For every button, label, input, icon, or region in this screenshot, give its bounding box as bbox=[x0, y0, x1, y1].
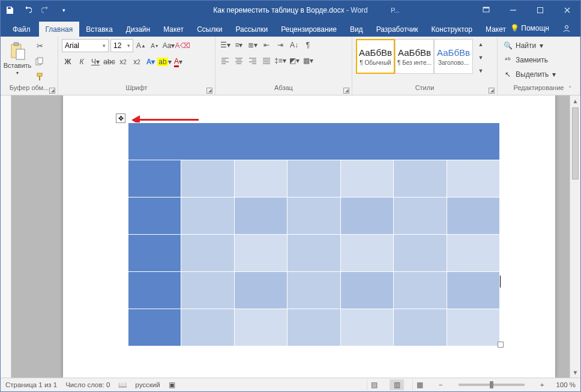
minimize-button[interactable] bbox=[499, 1, 526, 19]
grow-font-button[interactable]: A▲ bbox=[135, 40, 147, 52]
superscript-button[interactable]: x2 bbox=[131, 56, 143, 68]
table-row[interactable] bbox=[128, 309, 500, 346]
zoom-in-button[interactable]: + bbox=[537, 381, 548, 388]
tab-insert[interactable]: Вставка bbox=[79, 22, 119, 37]
styles-expand[interactable]: ▼ bbox=[474, 65, 487, 76]
tab-design[interactable]: Дизайн bbox=[119, 22, 157, 37]
table-row[interactable] bbox=[128, 272, 500, 309]
maximize-button[interactable] bbox=[526, 1, 553, 19]
find-button[interactable]: 🔍Найти ▾ bbox=[501, 39, 546, 52]
paste-label: Вставить bbox=[4, 62, 32, 69]
status-language[interactable]: русский bbox=[135, 381, 160, 388]
line-spacing-button[interactable]: ‡≡▾ bbox=[274, 55, 286, 67]
status-proofing-icon[interactable]: 📖 bbox=[118, 381, 127, 389]
view-web-layout[interactable]: ▦ bbox=[412, 379, 427, 390]
table-row[interactable] bbox=[128, 198, 500, 235]
zoom-level[interactable]: 100 % bbox=[556, 381, 576, 388]
close-button[interactable] bbox=[553, 1, 580, 19]
document-page[interactable]: ✥ bbox=[63, 95, 555, 378]
tab-developer[interactable]: Разработчик bbox=[370, 22, 425, 37]
style-no-spacing[interactable]: АаБбВв¶ Без инте... bbox=[395, 39, 434, 74]
ribbon-options-button[interactable] bbox=[472, 1, 499, 19]
bullets-button[interactable]: ☰▾ bbox=[219, 39, 231, 51]
redo-button[interactable] bbox=[37, 1, 55, 19]
highlight-button[interactable]: ab▾ bbox=[158, 56, 170, 68]
document-name: Как переместить таблицу в Ворде.docx bbox=[213, 6, 344, 14]
cut-button[interactable]: ✂ bbox=[33, 39, 46, 52]
font-size-combo[interactable]: 12 bbox=[110, 39, 133, 52]
table-header-row[interactable] bbox=[128, 123, 500, 160]
status-macro-icon[interactable]: ▣ bbox=[169, 381, 175, 389]
select-button[interactable]: ↖Выделить ▾ bbox=[501, 68, 558, 81]
styles-scroll-up[interactable]: ▲ bbox=[474, 39, 487, 50]
scroll-down-button[interactable]: ▼ bbox=[570, 367, 580, 378]
decrease-indent-button[interactable]: ⇤ bbox=[260, 39, 272, 51]
text-effects-button[interactable]: A▾ bbox=[145, 56, 157, 68]
format-painter-button[interactable] bbox=[33, 70, 46, 83]
tab-mailings[interactable]: Рассылки bbox=[229, 22, 274, 37]
shrink-font-button[interactable]: A▼ bbox=[149, 40, 161, 52]
styles-scroll-down[interactable]: ▼ bbox=[474, 52, 487, 63]
italic-button[interactable]: К bbox=[76, 56, 88, 68]
font-name-combo[interactable]: Arial bbox=[62, 39, 109, 52]
style-normal[interactable]: АаБбВв¶ Обычный bbox=[356, 39, 395, 74]
sort-button[interactable]: A↓ bbox=[288, 39, 300, 51]
clipboard-dialog-launcher[interactable]: ◢ bbox=[49, 88, 55, 94]
svg-rect-7 bbox=[16, 49, 25, 59]
collapse-ribbon-button[interactable]: ˄ bbox=[568, 85, 577, 94]
zoom-slider[interactable] bbox=[459, 384, 525, 386]
show-marks-button[interactable]: ¶ bbox=[302, 39, 314, 51]
scroll-thumb[interactable] bbox=[572, 107, 579, 179]
multilevel-button[interactable]: ≣▾ bbox=[247, 39, 259, 51]
font-dialog-launcher[interactable]: ◢ bbox=[206, 88, 212, 94]
font-color-button[interactable]: A▾ bbox=[172, 56, 184, 68]
style-heading1[interactable]: АаБбВвЗаголово... bbox=[434, 39, 473, 74]
strikethrough-button[interactable]: abc bbox=[103, 56, 115, 68]
view-print-layout[interactable]: ▥ bbox=[390, 379, 404, 390]
tab-table-design[interactable]: Конструктор bbox=[425, 22, 479, 37]
scroll-up-button[interactable]: ▲ bbox=[570, 95, 580, 106]
tell-me-button[interactable]: 💡 Помощн bbox=[505, 22, 554, 35]
tab-home[interactable]: Главная bbox=[39, 22, 80, 37]
table-move-handle[interactable]: ✥ bbox=[116, 113, 125, 123]
undo-button[interactable] bbox=[19, 1, 37, 19]
align-left-button[interactable] bbox=[219, 55, 231, 67]
status-page[interactable]: Страница 1 из 1 bbox=[5, 381, 57, 388]
table-row[interactable] bbox=[128, 160, 500, 198]
clear-format-button[interactable]: A⌫ bbox=[176, 40, 188, 52]
tab-layout[interactable]: Макет bbox=[157, 22, 190, 37]
increase-indent-button[interactable]: ⇥ bbox=[274, 39, 286, 51]
status-word-count[interactable]: Число слов: 0 bbox=[65, 381, 110, 388]
table-resize-handle[interactable] bbox=[498, 342, 504, 348]
copy-button[interactable] bbox=[33, 55, 46, 68]
paste-button[interactable]: Вставить ▾ bbox=[4, 39, 31, 81]
align-right-button[interactable] bbox=[247, 55, 259, 67]
subscript-button[interactable]: x2 bbox=[117, 56, 129, 68]
shading-button[interactable]: ◩▾ bbox=[288, 55, 300, 67]
table-row[interactable] bbox=[128, 235, 500, 272]
change-case-button[interactable]: Aa▾ bbox=[163, 40, 175, 52]
replace-button[interactable]: ᵃᵇЗаменить bbox=[501, 53, 550, 67]
qat-customize-button[interactable]: ▾ bbox=[55, 1, 73, 19]
align-center-button[interactable] bbox=[233, 55, 245, 67]
tab-file[interactable]: Файл bbox=[4, 22, 39, 37]
zoom-out-button[interactable]: − bbox=[435, 381, 447, 388]
page-viewport[interactable]: ✥ bbox=[11, 95, 570, 378]
account-button[interactable] bbox=[558, 22, 576, 35]
borders-button[interactable]: ▦▾ bbox=[302, 55, 314, 67]
save-button[interactable] bbox=[1, 1, 19, 19]
tab-view[interactable]: Вид bbox=[343, 22, 370, 37]
annotation-arrow bbox=[131, 117, 199, 122]
vertical-scrollbar[interactable]: ▲ ▼ bbox=[570, 95, 580, 378]
tab-review[interactable]: Рецензирование bbox=[274, 22, 343, 37]
styles-dialog-launcher[interactable]: ◢ bbox=[489, 88, 495, 94]
underline-button[interactable]: Ч▾ bbox=[89, 56, 101, 68]
svg-rect-10 bbox=[37, 73, 42, 76]
bold-button[interactable]: Ж bbox=[62, 56, 74, 68]
view-read-mode[interactable]: ▤ bbox=[367, 379, 381, 390]
justify-button[interactable] bbox=[260, 55, 272, 67]
numbering-button[interactable]: ≡▾ bbox=[233, 39, 245, 51]
paragraph-dialog-launcher[interactable]: ◢ bbox=[343, 88, 349, 94]
tab-references[interactable]: Ссылки bbox=[190, 22, 229, 37]
document-table[interactable] bbox=[128, 122, 500, 346]
